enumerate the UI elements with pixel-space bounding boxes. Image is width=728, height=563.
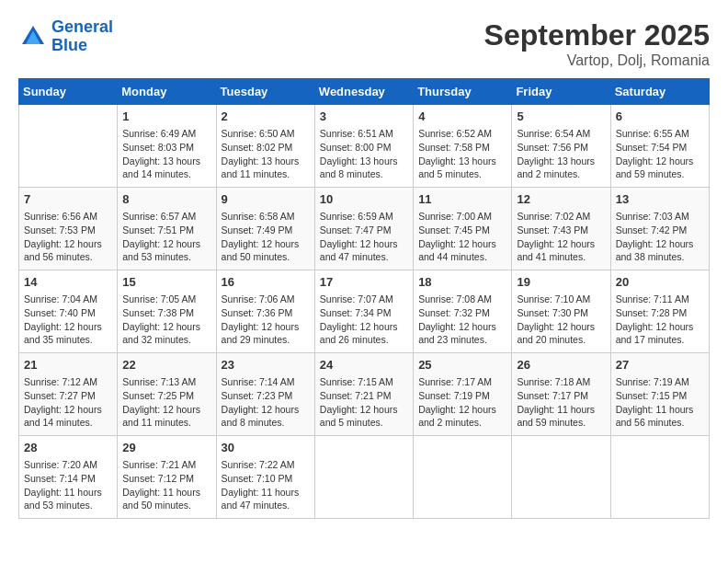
calendar-cell: 15Sunrise: 7:05 AM Sunset: 7:38 PM Dayli… bbox=[118, 270, 216, 353]
day-number: 1 bbox=[122, 109, 210, 125]
calendar-cell: 5Sunrise: 6:54 AM Sunset: 7:56 PM Daylig… bbox=[512, 105, 610, 188]
day-number: 18 bbox=[418, 274, 506, 291]
calendar-cell: 29Sunrise: 7:21 AM Sunset: 7:12 PM Dayli… bbox=[118, 436, 216, 519]
day-number: 25 bbox=[418, 357, 506, 373]
logo-text: General Blue bbox=[51, 18, 113, 55]
day-info: Sunrise: 7:19 AM Sunset: 7:15 PM Dayligh… bbox=[616, 375, 704, 430]
calendar-cell: 22Sunrise: 7:13 AM Sunset: 7:25 PM Dayli… bbox=[118, 353, 216, 436]
day-info: Sunrise: 6:54 AM Sunset: 7:56 PM Dayligh… bbox=[517, 127, 605, 181]
day-number: 21 bbox=[24, 357, 112, 373]
weekday-header-wednesday: Wednesday bbox=[314, 79, 413, 105]
calendar-cell: 11Sunrise: 7:00 AM Sunset: 7:45 PM Dayli… bbox=[414, 188, 512, 270]
calendar-cell: 1Sunrise: 6:49 AM Sunset: 8:03 PM Daylig… bbox=[118, 105, 216, 188]
calendar-cell: 14Sunrise: 7:04 AM Sunset: 7:40 PM Dayli… bbox=[19, 270, 118, 353]
day-info: Sunrise: 7:13 AM Sunset: 7:25 PM Dayligh… bbox=[122, 375, 210, 430]
calendar-cell bbox=[414, 436, 512, 519]
weekday-header-saturday: Saturday bbox=[610, 79, 709, 105]
calendar-cell: 12Sunrise: 7:02 AM Sunset: 7:43 PM Dayli… bbox=[512, 188, 610, 270]
day-number: 24 bbox=[320, 357, 408, 373]
day-number: 6 bbox=[616, 109, 704, 125]
day-info: Sunrise: 7:07 AM Sunset: 7:34 PM Dayligh… bbox=[320, 293, 408, 347]
calendar-cell bbox=[19, 105, 118, 188]
day-info: Sunrise: 6:57 AM Sunset: 7:51 PM Dayligh… bbox=[122, 210, 210, 264]
calendar-cell: 26Sunrise: 7:18 AM Sunset: 7:17 PM Dayli… bbox=[512, 353, 610, 436]
calendar-cell: 28Sunrise: 7:20 AM Sunset: 7:14 PM Dayli… bbox=[19, 436, 118, 519]
day-number: 17 bbox=[320, 274, 408, 291]
logo-line1: General bbox=[51, 17, 113, 36]
calendar-cell: 27Sunrise: 7:19 AM Sunset: 7:15 PM Dayli… bbox=[610, 353, 709, 436]
day-number: 12 bbox=[517, 191, 605, 208]
day-info: Sunrise: 6:58 AM Sunset: 7:49 PM Dayligh… bbox=[222, 210, 310, 264]
weekday-header-row: SundayMondayTuesdayWednesdayThursdayFrid… bbox=[19, 79, 710, 105]
calendar-cell: 2Sunrise: 6:50 AM Sunset: 8:02 PM Daylig… bbox=[216, 105, 314, 188]
calendar-cell bbox=[512, 436, 610, 519]
day-number: 3 bbox=[320, 109, 408, 125]
day-number: 7 bbox=[24, 191, 112, 208]
day-info: Sunrise: 6:51 AM Sunset: 8:00 PM Dayligh… bbox=[320, 127, 408, 181]
calendar-cell: 19Sunrise: 7:10 AM Sunset: 7:30 PM Dayli… bbox=[512, 270, 610, 353]
weekday-header-sunday: Sunday bbox=[19, 79, 118, 105]
day-number: 19 bbox=[517, 274, 605, 291]
day-info: Sunrise: 7:18 AM Sunset: 7:17 PM Dayligh… bbox=[517, 375, 605, 430]
calendar-cell: 25Sunrise: 7:17 AM Sunset: 7:19 PM Dayli… bbox=[414, 353, 512, 436]
calendar-cell: 16Sunrise: 7:06 AM Sunset: 7:36 PM Dayli… bbox=[216, 270, 314, 353]
title-block: September 2025 Vartop, Dolj, Romania bbox=[484, 18, 710, 69]
day-number: 27 bbox=[616, 357, 704, 373]
weekday-header-monday: Monday bbox=[118, 79, 216, 105]
day-info: Sunrise: 6:50 AM Sunset: 8:02 PM Dayligh… bbox=[222, 127, 310, 181]
day-number: 30 bbox=[222, 440, 310, 456]
week-row-5: 28Sunrise: 7:20 AM Sunset: 7:14 PM Dayli… bbox=[19, 436, 710, 519]
week-row-4: 21Sunrise: 7:12 AM Sunset: 7:27 PM Dayli… bbox=[19, 353, 710, 436]
week-row-1: 1Sunrise: 6:49 AM Sunset: 8:03 PM Daylig… bbox=[19, 105, 710, 188]
day-info: Sunrise: 6:52 AM Sunset: 7:58 PM Dayligh… bbox=[418, 127, 506, 181]
day-number: 23 bbox=[222, 357, 310, 373]
calendar-cell: 18Sunrise: 7:08 AM Sunset: 7:32 PM Dayli… bbox=[414, 270, 512, 353]
day-number: 22 bbox=[122, 357, 210, 373]
day-number: 13 bbox=[616, 191, 704, 208]
calendar-cell: 8Sunrise: 6:57 AM Sunset: 7:51 PM Daylig… bbox=[118, 188, 216, 270]
calendar-cell: 4Sunrise: 6:52 AM Sunset: 7:58 PM Daylig… bbox=[414, 105, 512, 188]
day-info: Sunrise: 7:03 AM Sunset: 7:42 PM Dayligh… bbox=[616, 210, 704, 264]
day-info: Sunrise: 7:00 AM Sunset: 7:45 PM Dayligh… bbox=[418, 210, 506, 264]
day-number: 8 bbox=[122, 191, 210, 208]
day-info: Sunrise: 7:17 AM Sunset: 7:19 PM Dayligh… bbox=[418, 375, 506, 430]
day-info: Sunrise: 6:59 AM Sunset: 7:47 PM Dayligh… bbox=[320, 210, 408, 264]
day-info: Sunrise: 7:05 AM Sunset: 7:38 PM Dayligh… bbox=[122, 293, 210, 347]
weekday-header-friday: Friday bbox=[512, 79, 610, 105]
week-row-3: 14Sunrise: 7:04 AM Sunset: 7:40 PM Dayli… bbox=[19, 270, 710, 353]
calendar-cell: 30Sunrise: 7:22 AM Sunset: 7:10 PM Dayli… bbox=[216, 436, 314, 519]
day-number: 16 bbox=[222, 274, 310, 291]
calendar-cell: 6Sunrise: 6:55 AM Sunset: 7:54 PM Daylig… bbox=[610, 105, 709, 188]
calendar-cell: 24Sunrise: 7:15 AM Sunset: 7:21 PM Dayli… bbox=[314, 353, 413, 436]
day-info: Sunrise: 7:10 AM Sunset: 7:30 PM Dayligh… bbox=[517, 293, 605, 347]
day-number: 14 bbox=[24, 274, 112, 291]
calendar-cell: 20Sunrise: 7:11 AM Sunset: 7:28 PM Dayli… bbox=[610, 270, 709, 353]
day-number: 28 bbox=[24, 440, 112, 456]
calendar-cell: 13Sunrise: 7:03 AM Sunset: 7:42 PM Dayli… bbox=[610, 188, 709, 270]
weekday-header-tuesday: Tuesday bbox=[216, 79, 314, 105]
day-info: Sunrise: 7:12 AM Sunset: 7:27 PM Dayligh… bbox=[24, 375, 112, 430]
day-info: Sunrise: 7:11 AM Sunset: 7:28 PM Dayligh… bbox=[616, 293, 704, 347]
logo-line2: Blue bbox=[51, 36, 87, 54]
calendar-cell bbox=[610, 436, 709, 519]
day-number: 26 bbox=[517, 357, 605, 373]
location-subtitle: Vartop, Dolj, Romania bbox=[484, 52, 710, 69]
month-title: September 2025 bbox=[484, 18, 710, 52]
calendar-table: SundayMondayTuesdayWednesdayThursdayFrid… bbox=[18, 78, 710, 519]
day-info: Sunrise: 7:06 AM Sunset: 7:36 PM Dayligh… bbox=[222, 293, 310, 347]
day-number: 9 bbox=[222, 191, 310, 208]
calendar-cell: 23Sunrise: 7:14 AM Sunset: 7:23 PM Dayli… bbox=[216, 353, 314, 436]
calendar-cell bbox=[314, 436, 413, 519]
day-info: Sunrise: 7:08 AM Sunset: 7:32 PM Dayligh… bbox=[418, 293, 506, 347]
day-number: 29 bbox=[122, 440, 210, 456]
page-header: General Blue September 2025 Vartop, Dolj… bbox=[18, 18, 710, 69]
calendar-cell: 3Sunrise: 6:51 AM Sunset: 8:00 PM Daylig… bbox=[314, 105, 413, 188]
day-number: 20 bbox=[616, 274, 704, 291]
day-number: 2 bbox=[222, 109, 310, 125]
logo-icon bbox=[18, 22, 48, 52]
logo: General Blue bbox=[18, 18, 113, 55]
weekday-header-thursday: Thursday bbox=[414, 79, 512, 105]
day-info: Sunrise: 6:56 AM Sunset: 7:53 PM Dayligh… bbox=[24, 210, 112, 264]
day-info: Sunrise: 7:04 AM Sunset: 7:40 PM Dayligh… bbox=[24, 293, 112, 347]
day-number: 11 bbox=[418, 191, 506, 208]
